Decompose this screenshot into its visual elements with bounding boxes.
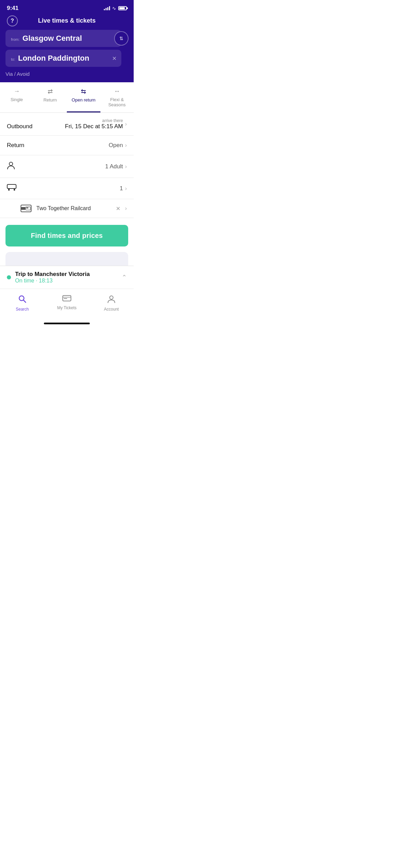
live-trip-left: Trip to Manchester Victoria On time · 18… <box>7 271 90 284</box>
nav-tickets-label: My Tickets <box>57 305 77 310</box>
passengers-value: 1 Adult <box>105 163 123 170</box>
railcard-icon <box>21 205 32 212</box>
to-label: to: <box>11 57 15 61</box>
outbound-row[interactable]: Outbound arrive there Fri, 15 Dec at 5:1… <box>0 113 134 136</box>
outbound-right: arrive there Fri, 15 Dec at 5:15 AM › <box>65 118 127 130</box>
passengers-left <box>7 161 15 171</box>
page-title: Live times & tickets <box>38 17 96 24</box>
seat-value: 1 <box>120 185 123 192</box>
nav-account-label: Account <box>104 307 119 312</box>
svg-rect-1 <box>7 184 16 189</box>
from-value: Glasgow Central <box>23 34 82 43</box>
nav-account[interactable]: Account <box>89 292 134 314</box>
tab-flexi[interactable]: ↔ Flexi & Seasons <box>100 82 134 112</box>
options-section: Outbound arrive there Fri, 15 Dec at 5:1… <box>0 113 134 218</box>
live-trip-banner[interactable]: Trip to Manchester Victoria On time · 18… <box>0 266 134 289</box>
return-row[interactable]: Return Open › <box>0 136 134 155</box>
find-times-button[interactable]: Find times and prices <box>5 225 128 246</box>
live-trip-status: On time · 18:13 <box>15 278 90 284</box>
clear-to-button[interactable]: ✕ <box>112 55 117 62</box>
swap-icon: ⇅ <box>119 36 123 41</box>
flexi-icon: ↔ <box>114 88 120 95</box>
open-return-icon: ⇆ <box>81 88 86 95</box>
seat-row[interactable]: 1 › <box>0 178 134 199</box>
status-time: 9:41 <box>7 5 19 12</box>
help-button[interactable]: ? <box>7 15 18 26</box>
return-label: Return <box>7 142 24 149</box>
svg-point-0 <box>9 162 13 166</box>
live-trip-title: Trip to Manchester Victoria <box>15 271 90 278</box>
railcard-name: Two Together Railcard <box>36 205 111 212</box>
passengers-right: 1 Adult › <box>105 163 127 170</box>
return-right: Open › <box>109 142 127 149</box>
seat-chevron: › <box>125 185 127 192</box>
from-label: from: <box>11 37 20 41</box>
outbound-date: Fri, 15 Dec at 5:15 AM <box>65 123 123 130</box>
tab-open-return-label: Open return <box>72 97 95 103</box>
home-bar <box>44 323 90 324</box>
seat-left <box>7 184 15 193</box>
passengers-chevron: › <box>125 164 127 170</box>
tab-single-label: Single <box>11 97 23 102</box>
status-bar: 9:41 ∿ <box>0 0 134 14</box>
svg-rect-10 <box>64 298 67 299</box>
journey-type-tabs: → Single ⇄ Return ⇆ Open return ↔ Flexi … <box>0 82 134 113</box>
collapse-button[interactable]: ⌃ <box>122 274 127 281</box>
person-icon <box>7 161 15 171</box>
from-input[interactable]: from: Glasgow Central <box>5 30 121 47</box>
search-icon <box>18 294 27 305</box>
wifi-icon: ∿ <box>112 5 116 11</box>
account-icon <box>107 294 116 305</box>
tab-return[interactable]: ⇄ Return <box>34 82 67 112</box>
bottom-nav: Search My Tickets Account <box>0 289 134 321</box>
svg-rect-3 <box>14 189 15 191</box>
home-indicator <box>0 321 134 327</box>
svg-rect-5 <box>26 207 28 208</box>
live-trip-info: Trip to Manchester Victoria On time · 18… <box>15 271 90 284</box>
cta-section: Find times and prices <box>0 218 134 252</box>
passengers-row[interactable]: 1 Adult › <box>0 155 134 178</box>
status-icons: ∿ <box>104 5 127 11</box>
return-chevron: › <box>125 142 127 148</box>
seat-icon <box>7 184 15 193</box>
tickets-icon <box>62 294 71 304</box>
to-value: London Paddington <box>18 54 89 62</box>
outbound-label: Outbound <box>7 118 33 130</box>
outbound-chevron: › <box>125 121 127 127</box>
app-header: ? Live times & tickets <box>0 14 134 30</box>
peek-card <box>5 252 128 266</box>
railcard-chevron: › <box>125 205 127 212</box>
to-input[interactable]: to: London Paddington ✕ <box>5 50 121 67</box>
via-avoid-button[interactable]: Via / Avoid <box>5 70 128 77</box>
live-dot-indicator <box>7 275 11 279</box>
nav-search-label: Search <box>16 307 29 312</box>
tab-open-return[interactable]: ⇆ Open return <box>67 82 100 112</box>
nav-search[interactable]: Search <box>0 292 45 314</box>
swap-button[interactable]: ⇅ <box>114 31 129 46</box>
arrive-there-label: arrive there <box>65 118 123 123</box>
tab-flexi-label: Flexi & Seasons <box>102 97 133 107</box>
signal-icon <box>104 6 110 10</box>
svg-rect-2 <box>8 189 10 191</box>
nav-tickets[interactable]: My Tickets <box>45 292 89 314</box>
seat-right: 1 › <box>120 185 127 192</box>
battery-icon <box>118 6 127 10</box>
return-icon: ⇄ <box>48 88 53 95</box>
search-form: from: Glasgow Central ⇅ to: London Paddi… <box>0 30 134 82</box>
single-icon: → <box>14 88 20 95</box>
tab-return-label: Return <box>44 97 57 103</box>
return-value: Open <box>109 142 123 149</box>
svg-line-7 <box>24 300 26 303</box>
railcard-clear-button[interactable]: ✕ <box>116 205 120 212</box>
tab-single[interactable]: → Single <box>0 82 34 112</box>
svg-point-11 <box>110 296 113 299</box>
railcard-row[interactable]: Two Together Railcard ✕ › <box>0 199 134 218</box>
